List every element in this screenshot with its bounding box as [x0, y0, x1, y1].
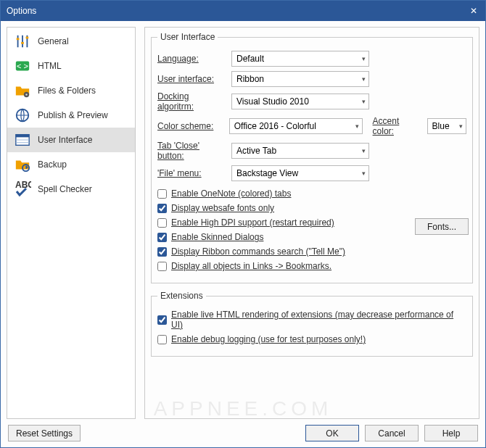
svg-text:< >: < >	[17, 62, 28, 70]
sidebar-item-label: HTML	[38, 61, 62, 71]
check-links-bookmarks[interactable]: Display all objects in Links -> Bookmark…	[157, 261, 466, 271]
label-language: Language:	[157, 54, 226, 64]
sidebar-item-user-interface[interactable]: User Interface	[7, 128, 135, 152]
group-legend: Extensions	[157, 291, 206, 301]
svg-text:ABC: ABC	[15, 181, 31, 190]
sliders-icon	[13, 32, 32, 51]
checkbox-input[interactable]	[157, 315, 167, 325]
chevron-down-icon: ▾	[362, 75, 366, 83]
combo-value: Default	[236, 54, 264, 64]
ok-button[interactable]: OK	[305, 425, 359, 441]
backup-icon	[13, 155, 32, 174]
check-label: Display websafe fonts only	[171, 203, 274, 213]
check-label: Enable High DPI support (restart require…	[171, 217, 334, 228]
folder-gear-icon	[13, 81, 32, 100]
checkbox-input[interactable]	[157, 218, 167, 228]
content-panel: User Interface Language: Default ▾ User …	[144, 27, 479, 419]
check-label: Enable Skinned Dialogs	[171, 232, 263, 242]
label-accent-color: Accent color:	[373, 116, 421, 136]
sidebar-item-html[interactable]: < > HTML	[7, 54, 135, 78]
sidebar-item-label: Files & Folders	[38, 86, 96, 96]
button-label: OK	[326, 428, 338, 439]
combo-value: Visual Studio 2010	[236, 96, 309, 107]
button-label: Reset Settings	[16, 428, 73, 439]
combo-tab-close[interactable]: Active Tab ▾	[231, 143, 369, 159]
sidebar-item-label: Publish & Preview	[38, 110, 108, 120]
check-onenote-tabs[interactable]: Enable OneNote (colored) tabs	[157, 188, 466, 199]
combo-docking[interactable]: Visual Studio 2010 ▾	[231, 94, 369, 109]
dialog-footer: Reset Settings OK Cancel Help	[7, 419, 479, 443]
label-user-interface: User interface:	[157, 74, 226, 84]
code-icon: < >	[13, 57, 32, 75]
check-label: Enable OneNote (colored) tabs	[171, 188, 291, 199]
checkbox-input[interactable]	[157, 233, 167, 242]
category-sidebar: General < > HTML Files & Folders	[7, 27, 136, 419]
window-title: Options	[7, 6, 36, 16]
dialog-body: General < > HTML Files & Folders	[1, 21, 485, 447]
group-legend: User Interface	[157, 32, 218, 42]
sidebar-item-files-folders[interactable]: Files & Folders	[7, 78, 135, 103]
sidebar-item-publish-preview[interactable]: Publish & Preview	[7, 103, 135, 128]
check-websafe-fonts[interactable]: Display websafe fonts only	[157, 203, 466, 213]
titlebar: Options ✕	[1, 1, 485, 21]
fonts-button[interactable]: Fonts...	[415, 218, 469, 235]
chevron-down-icon: ▾	[362, 55, 366, 62]
checkbox-input[interactable]	[157, 189, 167, 199]
combo-accent-color[interactable]: Blue ▾	[427, 118, 466, 134]
sidebar-item-label: Spell Checker	[38, 184, 92, 194]
main-area: General < > HTML Files & Folders	[7, 27, 479, 419]
svg-point-9	[25, 94, 27, 95]
sidebar-item-label: User Interface	[38, 135, 92, 145]
combo-color-scheme[interactable]: Office 2016 - Colorful ▾	[229, 118, 363, 134]
combo-value: Office 2016 - Colorful	[234, 121, 316, 131]
window-icon	[13, 130, 32, 149]
check-label: Enable live HTML rendering of extensions…	[171, 310, 466, 330]
close-icon[interactable]: ✕	[468, 6, 479, 16]
group-user-interface: User Interface Language: Default ▾ User …	[151, 32, 473, 283]
chevron-down-icon: ▾	[355, 123, 359, 130]
svg-rect-5	[26, 37, 29, 39]
chevron-down-icon: ▾	[362, 170, 366, 177]
svg-rect-12	[16, 135, 29, 138]
options-dialog: Options ✕ General < > HTML	[0, 0, 486, 448]
check-label: Display Ribbon commands search ("Tell Me…	[171, 246, 345, 257]
globe-icon	[13, 106, 32, 125]
checkbox-input[interactable]	[157, 247, 167, 257]
check-tell-me[interactable]: Display Ribbon commands search ("Tell Me…	[157, 246, 466, 257]
label-docking: Docking algoritrm:	[157, 91, 226, 112]
check-live-html[interactable]: Enable live HTML rendering of extensions…	[157, 310, 466, 330]
sidebar-item-backup[interactable]: Backup	[7, 152, 135, 177]
combo-file-menu[interactable]: Backstage View ▾	[231, 165, 369, 181]
sidebar-item-label: General	[38, 36, 69, 46]
combo-value: Blue	[432, 121, 450, 131]
check-label: Enable debug logging (use for test purpo…	[171, 334, 366, 344]
group-extensions: Extensions Enable live HTML rendering of…	[151, 291, 473, 357]
combo-user-interface[interactable]: Ribbon ▾	[231, 71, 369, 87]
chevron-down-icon: ▾	[459, 123, 463, 130]
checkbox-input[interactable]	[157, 262, 167, 271]
button-label: Cancel	[378, 428, 405, 439]
combo-value: Active Tab	[236, 146, 276, 156]
combo-value: Backstage View	[236, 168, 298, 178]
spellcheck-icon: ABC	[13, 180, 32, 199]
combo-value: Ribbon	[236, 74, 264, 84]
check-label: Display all objects in Links -> Bookmark…	[171, 261, 331, 271]
sidebar-item-spell-checker[interactable]: ABC Spell Checker	[7, 177, 135, 202]
reset-settings-button[interactable]: Reset Settings	[8, 425, 81, 441]
combo-language[interactable]: Default ▾	[231, 51, 369, 67]
label-color-scheme: Color scheme:	[157, 121, 223, 131]
checkbox-input[interactable]	[157, 335, 167, 344]
chevron-down-icon: ▾	[362, 147, 366, 154]
cancel-button[interactable]: Cancel	[365, 425, 419, 441]
button-label: Fonts...	[427, 222, 456, 232]
svg-rect-3	[17, 38, 20, 40]
svg-rect-4	[21, 42, 24, 44]
chevron-down-icon: ▾	[362, 98, 366, 105]
help-button[interactable]: Help	[424, 425, 478, 441]
check-debug-logging[interactable]: Enable debug logging (use for test purpo…	[157, 334, 466, 344]
label-file-menu: 'File' menu:	[157, 168, 226, 178]
checkbox-input[interactable]	[157, 204, 167, 213]
sidebar-item-general[interactable]: General	[7, 29, 135, 54]
label-tab-close: Tab 'Close' button:	[157, 141, 226, 161]
sidebar-item-label: Backup	[38, 159, 67, 170]
